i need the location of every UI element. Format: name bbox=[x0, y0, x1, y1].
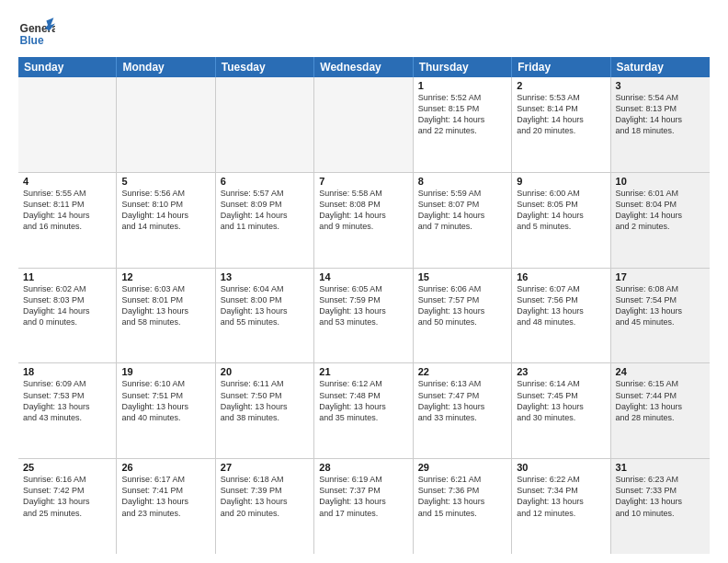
calendar-day-25: 25Sunrise: 6:16 AM Sunset: 7:42 PM Dayli… bbox=[18, 459, 117, 554]
day-number: 11 bbox=[23, 271, 111, 282]
day-number: 23 bbox=[517, 366, 605, 377]
day-info: Sunrise: 6:09 AM Sunset: 7:53 PM Dayligh… bbox=[23, 378, 111, 423]
svg-text:Blue: Blue bbox=[20, 34, 44, 47]
day-number: 28 bbox=[319, 462, 407, 473]
calendar-day-4: 4Sunrise: 5:55 AM Sunset: 8:11 PM Daylig… bbox=[18, 173, 117, 268]
day-info: Sunrise: 6:14 AM Sunset: 7:45 PM Dayligh… bbox=[517, 378, 605, 423]
day-number: 21 bbox=[319, 366, 407, 377]
day-info: Sunrise: 5:53 AM Sunset: 8:14 PM Dayligh… bbox=[517, 92, 605, 137]
day-number: 4 bbox=[23, 176, 111, 187]
header-cell-tuesday: Tuesday bbox=[216, 57, 314, 77]
calendar-day-16: 16Sunrise: 6:07 AM Sunset: 7:56 PM Dayli… bbox=[512, 269, 610, 363]
logo-icon: General Blue bbox=[18, 15, 55, 52]
page: General Blue SundayMondayTuesdayWednesda… bbox=[0, 0, 728, 563]
day-info: Sunrise: 6:04 AM Sunset: 8:00 PM Dayligh… bbox=[221, 283, 309, 328]
day-number: 7 bbox=[319, 176, 407, 187]
calendar: SundayMondayTuesdayWednesdayThursdayFrid… bbox=[18, 57, 710, 554]
calendar-day-17: 17Sunrise: 6:08 AM Sunset: 7:54 PM Dayli… bbox=[611, 269, 710, 363]
calendar-day-12: 12Sunrise: 6:03 AM Sunset: 8:01 PM Dayli… bbox=[117, 269, 215, 363]
calendar-day-28: 28Sunrise: 6:19 AM Sunset: 7:37 PM Dayli… bbox=[314, 459, 413, 554]
calendar-day-9: 9Sunrise: 6:00 AM Sunset: 8:05 PM Daylig… bbox=[512, 173, 610, 268]
calendar-day-15: 15Sunrise: 6:06 AM Sunset: 7:57 PM Dayli… bbox=[414, 269, 512, 363]
day-number: 13 bbox=[221, 271, 309, 282]
header: General Blue bbox=[18, 15, 710, 52]
calendar-day-empty-0-1 bbox=[117, 77, 215, 172]
calendar-day-26: 26Sunrise: 6:17 AM Sunset: 7:41 PM Dayli… bbox=[117, 459, 215, 554]
day-info: Sunrise: 6:19 AM Sunset: 7:37 PM Dayligh… bbox=[319, 474, 407, 519]
calendar-day-empty-0-2 bbox=[216, 77, 314, 172]
calendar-day-2: 2Sunrise: 5:53 AM Sunset: 8:14 PM Daylig… bbox=[512, 77, 610, 172]
day-info: Sunrise: 6:00 AM Sunset: 8:05 PM Dayligh… bbox=[517, 188, 605, 233]
calendar-day-31: 31Sunrise: 6:23 AM Sunset: 7:33 PM Dayli… bbox=[611, 459, 710, 554]
calendar-day-21: 21Sunrise: 6:12 AM Sunset: 7:48 PM Dayli… bbox=[314, 363, 413, 458]
day-number: 27 bbox=[221, 462, 309, 473]
header-cell-monday: Monday bbox=[117, 57, 215, 77]
calendar-day-29: 29Sunrise: 6:21 AM Sunset: 7:36 PM Dayli… bbox=[414, 459, 512, 554]
day-number: 15 bbox=[418, 271, 506, 282]
header-cell-sunday: Sunday bbox=[18, 57, 117, 77]
calendar-week-2: 11Sunrise: 6:02 AM Sunset: 8:03 PM Dayli… bbox=[18, 269, 710, 364]
calendar-day-22: 22Sunrise: 6:13 AM Sunset: 7:47 PM Dayli… bbox=[414, 363, 512, 458]
calendar-day-30: 30Sunrise: 6:22 AM Sunset: 7:34 PM Dayli… bbox=[512, 459, 610, 554]
day-info: Sunrise: 6:13 AM Sunset: 7:47 PM Dayligh… bbox=[418, 378, 506, 423]
calendar-day-7: 7Sunrise: 5:58 AM Sunset: 8:08 PM Daylig… bbox=[314, 173, 413, 268]
calendar-week-1: 4Sunrise: 5:55 AM Sunset: 8:11 PM Daylig… bbox=[18, 173, 710, 269]
day-info: Sunrise: 6:03 AM Sunset: 8:01 PM Dayligh… bbox=[121, 283, 210, 328]
day-number: 20 bbox=[221, 366, 309, 377]
day-number: 18 bbox=[23, 366, 111, 377]
calendar-week-3: 18Sunrise: 6:09 AM Sunset: 7:53 PM Dayli… bbox=[18, 363, 710, 459]
day-info: Sunrise: 6:10 AM Sunset: 7:51 PM Dayligh… bbox=[121, 378, 210, 423]
calendar-day-19: 19Sunrise: 6:10 AM Sunset: 7:51 PM Dayli… bbox=[117, 363, 215, 458]
day-number: 10 bbox=[616, 176, 705, 187]
day-number: 31 bbox=[616, 462, 705, 473]
header-cell-saturday: Saturday bbox=[611, 57, 710, 77]
day-number: 2 bbox=[517, 80, 605, 91]
calendar-body: 1Sunrise: 5:52 AM Sunset: 8:15 PM Daylig… bbox=[18, 77, 710, 554]
day-number: 17 bbox=[616, 271, 705, 282]
calendar-day-5: 5Sunrise: 5:56 AM Sunset: 8:10 PM Daylig… bbox=[117, 173, 215, 268]
calendar-day-3: 3Sunrise: 5:54 AM Sunset: 8:13 PM Daylig… bbox=[611, 77, 710, 172]
day-info: Sunrise: 6:05 AM Sunset: 7:59 PM Dayligh… bbox=[319, 283, 407, 328]
calendar-day-24: 24Sunrise: 6:15 AM Sunset: 7:44 PM Dayli… bbox=[611, 363, 710, 458]
calendar-day-6: 6Sunrise: 5:57 AM Sunset: 8:09 PM Daylig… bbox=[216, 173, 314, 268]
calendar-day-14: 14Sunrise: 6:05 AM Sunset: 7:59 PM Dayli… bbox=[314, 269, 413, 363]
day-info: Sunrise: 6:23 AM Sunset: 7:33 PM Dayligh… bbox=[616, 474, 705, 519]
day-number: 22 bbox=[418, 366, 506, 377]
day-number: 24 bbox=[616, 366, 705, 377]
calendar-day-23: 23Sunrise: 6:14 AM Sunset: 7:45 PM Dayli… bbox=[512, 363, 610, 458]
calendar-day-empty-0-3 bbox=[314, 77, 413, 172]
day-info: Sunrise: 6:11 AM Sunset: 7:50 PM Dayligh… bbox=[221, 378, 309, 423]
day-number: 30 bbox=[517, 462, 605, 473]
day-info: Sunrise: 5:52 AM Sunset: 8:15 PM Dayligh… bbox=[418, 92, 506, 137]
calendar-day-18: 18Sunrise: 6:09 AM Sunset: 7:53 PM Dayli… bbox=[18, 363, 117, 458]
day-number: 1 bbox=[418, 80, 506, 91]
calendar-day-empty-0-0 bbox=[18, 77, 117, 172]
day-info: Sunrise: 5:54 AM Sunset: 8:13 PM Dayligh… bbox=[616, 92, 705, 137]
header-cell-friday: Friday bbox=[512, 57, 610, 77]
calendar-day-13: 13Sunrise: 6:04 AM Sunset: 8:00 PM Dayli… bbox=[216, 269, 314, 363]
day-number: 16 bbox=[517, 271, 605, 282]
day-number: 25 bbox=[23, 462, 111, 473]
day-info: Sunrise: 6:02 AM Sunset: 8:03 PM Dayligh… bbox=[23, 283, 111, 328]
day-info: Sunrise: 5:57 AM Sunset: 8:09 PM Dayligh… bbox=[221, 188, 309, 233]
calendar-day-27: 27Sunrise: 6:18 AM Sunset: 7:39 PM Dayli… bbox=[216, 459, 314, 554]
calendar-day-8: 8Sunrise: 5:59 AM Sunset: 8:07 PM Daylig… bbox=[414, 173, 512, 268]
day-number: 19 bbox=[121, 366, 210, 377]
day-info: Sunrise: 6:15 AM Sunset: 7:44 PM Dayligh… bbox=[616, 378, 705, 423]
day-number: 29 bbox=[418, 462, 506, 473]
day-number: 3 bbox=[616, 80, 705, 91]
logo: General Blue bbox=[18, 15, 59, 52]
day-number: 5 bbox=[121, 176, 210, 187]
calendar-day-20: 20Sunrise: 6:11 AM Sunset: 7:50 PM Dayli… bbox=[216, 363, 314, 458]
day-info: Sunrise: 6:17 AM Sunset: 7:41 PM Dayligh… bbox=[121, 474, 210, 519]
calendar-day-1: 1Sunrise: 5:52 AM Sunset: 8:15 PM Daylig… bbox=[414, 77, 512, 172]
calendar-week-0: 1Sunrise: 5:52 AM Sunset: 8:15 PM Daylig… bbox=[18, 77, 710, 173]
day-number: 6 bbox=[221, 176, 309, 187]
calendar-week-4: 25Sunrise: 6:16 AM Sunset: 7:42 PM Dayli… bbox=[18, 459, 710, 554]
day-info: Sunrise: 6:08 AM Sunset: 7:54 PM Dayligh… bbox=[616, 283, 705, 328]
day-info: Sunrise: 6:12 AM Sunset: 7:48 PM Dayligh… bbox=[319, 378, 407, 423]
day-info: Sunrise: 6:01 AM Sunset: 8:04 PM Dayligh… bbox=[616, 188, 705, 233]
day-number: 9 bbox=[517, 176, 605, 187]
day-info: Sunrise: 6:21 AM Sunset: 7:36 PM Dayligh… bbox=[418, 474, 506, 519]
day-number: 12 bbox=[121, 271, 210, 282]
